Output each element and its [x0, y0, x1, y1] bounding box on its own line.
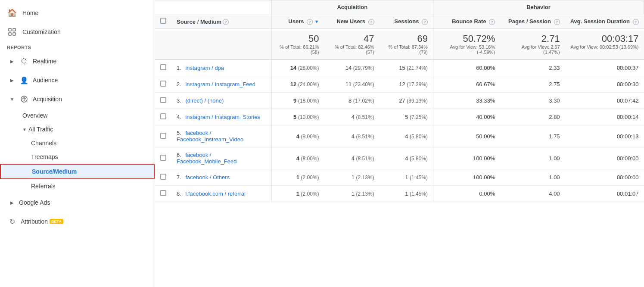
table-row: 6. facebook / Facebook_Mobile_Feed 4 (8.… [155, 147, 644, 169]
users-val-1: 12 [290, 81, 296, 87]
users-pct-3: (10.00%) [298, 114, 319, 120]
sidebar-audience-label: Audience [33, 77, 58, 84]
sidebar-item-google-ads[interactable]: ▶ Google Ads [0, 193, 155, 212]
sidebar-sub-alltraffic[interactable]: ▼ All Traffic [0, 122, 155, 136]
row-checkbox-1[interactable] [160, 81, 166, 87]
users-pct-7: (2.00%) [301, 191, 319, 197]
row-users-5: 4 (8.00%) [271, 147, 324, 169]
source-link-6[interactable]: facebook / Others [185, 174, 230, 181]
sessions-pct-7: (1.45%) [410, 191, 428, 197]
row-pages-session-2: 3.30 [500, 93, 565, 109]
sessions-col-label: Sessions [394, 18, 419, 25]
source-link-1[interactable]: instagram / Instagram_Feed [185, 81, 255, 87]
header-checkbox[interactable] [155, 14, 171, 29]
sidebar-item-customization[interactable]: Customization [0, 22, 155, 41]
row-num-7: 8. [177, 190, 181, 197]
source-medium-help-icon[interactable]: ? [223, 19, 229, 25]
new-users-help-icon[interactable]: ? [368, 19, 374, 25]
source-medium-col-label: Source / Medium [177, 19, 221, 25]
sidebar-item-home[interactable]: 🏠 Home [0, 3, 155, 22]
source-link-4[interactable]: facebook / Facebook_Instream_Video [177, 130, 243, 143]
source-link-3[interactable]: instagram / Instagram_Stories [185, 114, 260, 120]
row-checkbox-cell[interactable] [155, 169, 171, 186]
row-users-1: 12 (24.00%) [271, 76, 324, 93]
row-checkbox-cell[interactable] [155, 186, 171, 202]
sidebar-item-audience[interactable]: ▶ 👤 Audience [0, 71, 155, 90]
sidebar-sub-treemaps[interactable]: Treemaps [0, 150, 155, 164]
row-avg-session-0: 00:00:37 [565, 59, 644, 76]
sidebar-sub-referrals[interactable]: Referrals [0, 179, 155, 193]
row-source-medium-5: 6. facebook / Facebook_Mobile_Feed [171, 147, 271, 169]
row-pages-session-1: 2.75 [500, 76, 565, 93]
row-sessions-2: 27 (39.13%) [380, 93, 433, 109]
header-avg-session: Avg. Session Duration ? [565, 14, 644, 29]
row-checkbox-6[interactable] [160, 174, 166, 180]
home-icon: 🏠 [7, 8, 17, 18]
users-val-6: 1 [296, 174, 299, 181]
row-checkbox-cell[interactable] [155, 109, 171, 125]
totals-checkbox-cell [155, 29, 171, 60]
beta-badge: BETA [50, 219, 63, 224]
reports-section-label: REPORTS [0, 41, 155, 52]
users-pct-4: (8.00%) [301, 134, 319, 140]
sidebar-item-realtime[interactable]: ▶ ⏱ Realtime [0, 52, 155, 71]
table-row: 1. instagram / dpa 14 (28.00%) 14 (29.79… [155, 59, 644, 76]
sidebar-item-acquisition[interactable]: ▼ Acquisition [0, 90, 155, 109]
source-link-7[interactable]: l.facebook.com / referral [185, 190, 245, 197]
row-checkbox-cell[interactable] [155, 147, 171, 169]
header-users: Users ? ▼ [271, 14, 324, 29]
row-bounce-rate-7: 0.00% [433, 186, 501, 202]
row-checkbox-2[interactable] [160, 97, 166, 103]
row-new-users-6: 1 (2.13%) [324, 169, 380, 186]
totals-new-users: 47 % of Total: 82.46% (57) [324, 29, 380, 60]
sort-down-icon[interactable]: ▼ [314, 19, 319, 24]
row-bounce-rate-4: 50.00% [433, 125, 501, 147]
row-num-4: 5. [177, 130, 181, 136]
row-sessions-5: 4 (5.80%) [380, 147, 433, 169]
totals-label-cell [171, 29, 271, 60]
source-link-2[interactable]: (direct) / (none) [185, 97, 224, 104]
overview-label: Overview [22, 112, 47, 119]
row-avg-session-5: 00:00:00 [565, 147, 644, 169]
row-checkbox-3[interactable] [160, 113, 166, 119]
source-link-0[interactable]: instagram / dpa [185, 65, 224, 71]
sidebar-item-attribution[interactable]: ↻ Attribution BETA [0, 212, 155, 231]
sidebar-sub-channels[interactable]: Channels [0, 136, 155, 150]
row-new-users-3: 4 (8.51%) [324, 109, 380, 125]
row-avg-session-1: 00:00:30 [565, 76, 644, 93]
row-checkbox-cell[interactable] [155, 59, 171, 76]
all-traffic-label: All Traffic [28, 126, 53, 133]
row-checkbox-cell[interactable] [155, 93, 171, 109]
users-pct-2: (18.00%) [298, 98, 319, 104]
totals-users: 50 % of Total: 86.21% (58) [271, 29, 324, 60]
sessions-pct-1: (17.39%) [407, 81, 428, 87]
sidebar-customization-label: Customization [22, 28, 61, 35]
sidebar-home-label: Home [22, 9, 38, 16]
row-users-4: 4 (8.00%) [271, 125, 324, 147]
bounce-rate-help-icon[interactable]: ? [489, 19, 495, 25]
row-checkbox-4[interactable] [160, 133, 166, 139]
pages-session-help-icon[interactable]: ? [554, 19, 560, 25]
sidebar-sub-source-medium[interactable]: Source/Medium [0, 164, 155, 179]
new-users-pct-6: (2.13%) [356, 175, 374, 181]
treemaps-label: Treemaps [31, 153, 58, 160]
realtime-icon: ⏱ [19, 56, 29, 66]
row-checkbox-0[interactable] [160, 64, 166, 70]
row-checkbox-cell[interactable] [155, 76, 171, 93]
source-link-5[interactable]: facebook / Facebook_Mobile_Feed [177, 152, 236, 165]
avg-session-help-icon[interactable]: ? [633, 19, 639, 25]
row-checkbox-7[interactable] [160, 190, 166, 196]
row-checkbox-cell[interactable] [155, 125, 171, 147]
row-bounce-rate-5: 100.00% [433, 147, 501, 169]
row-source-medium-3: 4. instagram / Instagram_Stories [171, 109, 271, 125]
sessions-pct-6: (1.45%) [410, 175, 428, 181]
sessions-help-icon[interactable]: ? [422, 19, 428, 25]
row-checkbox-5[interactable] [160, 155, 166, 161]
sidebar-sub-overview[interactable]: Overview [0, 109, 155, 122]
svg-rect-2 [9, 33, 11, 35]
select-all-checkbox[interactable] [160, 18, 166, 24]
new-users-pct-7: (2.13%) [356, 191, 374, 197]
new-users-pct-0: (29.79%) [353, 65, 374, 71]
alltraffic-chevron: ▼ [22, 127, 27, 132]
users-help-icon[interactable]: ? [307, 19, 313, 25]
